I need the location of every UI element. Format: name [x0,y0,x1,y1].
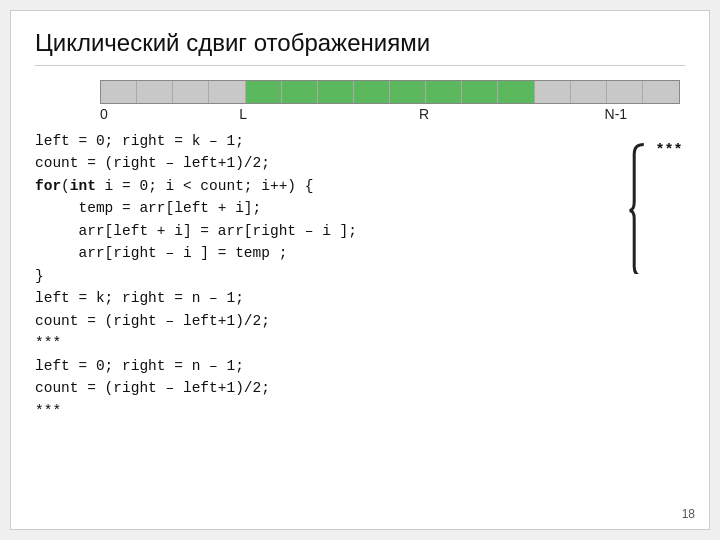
code-line-3: for(int i = 0; i < count; i++) { [35,175,625,197]
bar-seg-13 [571,81,607,103]
code-line-7: } [35,265,625,287]
code-line-5: arr[left + i] = arr[right – i ]; [35,220,625,242]
label-0: 0 [100,106,108,122]
bar-seg-4 [246,81,282,103]
bar-seg-12 [535,81,571,103]
bar-seg-6 [318,81,354,103]
bar-seg-5 [282,81,318,103]
bar-seg-10 [462,81,498,103]
slide-title: Циклический сдвиг отображениями [35,29,685,66]
array-bar [100,80,680,104]
brace-stars-group: *** [627,142,682,274]
bar-seg-7 [354,81,390,103]
side-annotation: *** [625,130,685,511]
bar-seg-11 [498,81,534,103]
bar-seg-2 [173,81,209,103]
code-line-9: count = (right – left+1)/2; [35,310,625,332]
code-line-1: left = 0; right = k – 1; [35,130,625,152]
array-visualization: 0 L R N-1 [35,80,685,124]
code-line-6: arr[right – i ] = temp ; [35,242,625,264]
bar-seg-1 [137,81,173,103]
code-line-2: count = (right – left+1)/2; [35,152,625,174]
stars-annotation: *** [655,142,682,159]
bar-seg-14 [607,81,643,103]
bar-seg-8 [390,81,426,103]
code-line-11: left = 0; right = n – 1; [35,355,625,377]
code-area: left = 0; right = k – 1; count = (right … [35,130,685,511]
bar-seg-0 [101,81,137,103]
page-number: 18 [682,507,695,521]
slide: Циклический сдвиг отображениями 0 L R [10,10,710,530]
code-block: left = 0; right = k – 1; count = (right … [35,130,625,511]
code-line-12: count = (right – left+1)/2; [35,377,625,399]
label-R: R [419,106,429,122]
bar-seg-15 [643,81,679,103]
bar-labels: 0 L R N-1 [100,106,680,124]
bar-seg-3 [209,81,245,103]
label-L: L [239,106,247,122]
code-line-10: *** [35,332,625,354]
code-line-4: temp = arr[left + i]; [35,197,625,219]
label-N1: N-1 [605,106,628,122]
code-line-13: *** [35,400,625,422]
bar-seg-9 [426,81,462,103]
code-line-8: left = k; right = n – 1; [35,287,625,309]
curly-brace-icon [627,142,651,274]
